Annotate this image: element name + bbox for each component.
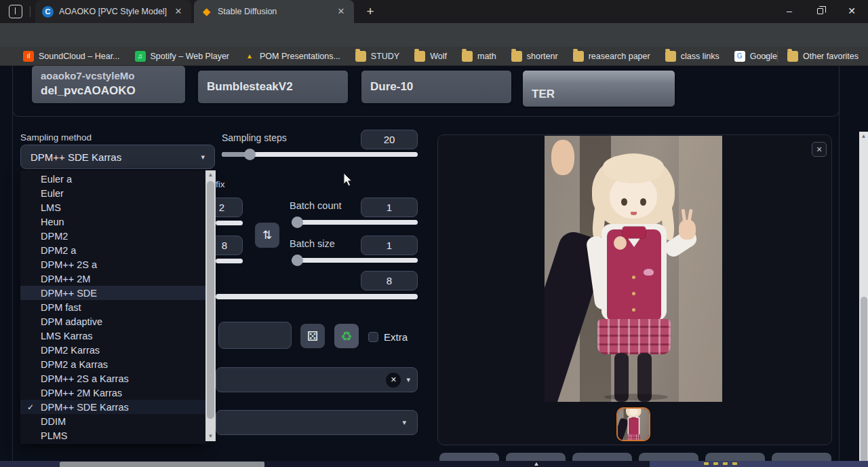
sampling-steps-slider[interactable] [222,152,418,157]
cfg-scale-slider[interactable] [216,294,418,299]
generated-image[interactable] [545,136,722,402]
window-close-button[interactable]: ✕ [836,0,867,22]
sampling-steps-label: Sampling steps [222,132,287,143]
sampler-option[interactable]: DPM++ 2S a [20,257,205,272]
bookmark-label: STUDY [371,52,399,61]
stable-diffusion-page: aoaoko7-vcstyleMo del_pvcAOAOKO Bumblest… [0,66,868,467]
gallery-thumbnail[interactable] [616,407,650,441]
sampler-option-label: DPM2 a Karras [41,359,108,370]
other-favorites[interactable]: Other favorites [787,51,859,62]
slider-handle[interactable] [244,149,256,160]
bookmark-item[interactable]: Wolf [414,51,447,62]
new-tab-button[interactable]: + [362,4,378,20]
bookmark-label: math [477,52,496,61]
sampler-option[interactable]: DPM++ SDE [20,286,205,300]
browser-tab-civitai[interactable]: C AOAOKO [PVC Style Model] - PV ✕ [35,0,191,23]
clear-icon[interactable]: ✕ [386,373,401,388]
random-seed-dice-button[interactable]: ⚄ [300,324,325,348]
sampler-option-label: DPM++ 2S a Karras [41,373,129,384]
img-shape [614,236,627,250]
batch-size-input[interactable]: 1 [361,236,418,255]
batch-count-input[interactable]: 1 [361,198,418,217]
sampler-option[interactable]: LMS Karras [20,329,205,343]
bookmark-item[interactable]: shortenr [511,51,558,62]
sampler-option[interactable]: DDIM [20,414,205,428]
sampler-option[interactable]: DPM adaptive [20,314,205,329]
bookmark-item[interactable]: STUDY [355,51,399,62]
cfg-scale-input[interactable]: 8 [361,271,418,291]
script-dropdown-partial[interactable]: ▾ [216,410,418,435]
bookmark-icon [355,51,366,62]
swap-dimensions-button[interactable]: ⇅ [255,223,279,248]
styles-dropdown-partial[interactable]: ✕ ▾ [216,367,418,392]
bookmark-label: SoundCloud – Hear... [39,52,120,61]
scrollbar-thumb[interactable] [861,297,867,467]
batch-count-slider[interactable] [292,220,418,225]
bookmarks-overflow-icon[interactable]: › [765,51,768,61]
sampler-option[interactable]: DPM++ 2M Karras [20,386,205,400]
tab-close-icon[interactable]: ✕ [335,5,347,18]
taskbar-glyph [732,462,737,465]
tab-close-icon[interactable]: ✕ [172,5,184,18]
close-image-button[interactable]: ✕ [812,142,827,157]
sampler-option[interactable]: DPM2 a [20,243,205,257]
scroll-up-icon[interactable]: ▲ [205,170,216,180]
tab-actions-icon[interactable] [9,5,22,18]
sampler-option-label: DPM2 Karras [41,345,100,356]
window-minimize-button[interactable]: – [774,0,805,22]
sampler-option[interactable]: Euler a [20,172,205,186]
img-shape [640,198,646,206]
model-card[interactable]: Dure-10 [361,71,511,103]
sampler-option[interactable]: Euler [20,186,205,200]
browser-tab-stable-diffusion[interactable]: ◆ Stable Diffusion ✕ [194,0,354,23]
slider-handle[interactable] [292,255,303,266]
model-card-label: Dure-10 [370,80,413,94]
img-shape [623,227,646,238]
scroll-up-icon[interactable]: ▲ [859,132,868,141]
bookmark-item[interactable]: ♫ Spotify – Web Player [135,51,230,62]
sampler-option[interactable]: LMS [20,200,205,214]
bookmark-item[interactable]: ıl SoundCloud – Hear... [23,51,120,62]
other-favorites-label: Other favorites [803,52,859,61]
taskbar-chevron [534,462,538,466]
sampling-method-select[interactable]: DPM++ SDE Karras ▾ [20,145,215,169]
sampler-option[interactable]: DPM++ 2M [20,272,205,286]
model-card[interactable]: aoaoko7-vcstyleMo del_pvcAOAOKO [32,66,185,103]
sampler-option-label: DPM fast [41,302,81,313]
bookmark-item[interactable]: class links [665,51,719,62]
window-restore-button[interactable] [805,0,836,22]
dropdown-scrollbar[interactable]: ▲ ▼ [205,170,216,441]
bookmark-label: reasearch paper [589,52,650,61]
slider-handle[interactable] [292,217,303,228]
sampler-option[interactable]: DPM++ 2S a Karras [20,371,205,386]
sampler-option-label: DPM++ 2S a [41,259,97,270]
batch-size-slider[interactable] [292,258,418,263]
page-scrollbar[interactable]: ▲ ▼ [859,132,868,467]
scrollbar-thumb[interactable] [207,181,214,419]
sampler-option[interactable]: DPM2 a Karras [20,357,205,371]
sampler-option-label: LMS Karras [41,331,93,341]
sampler-option-label: DPM++ SDE Karras [41,402,129,413]
screen: C AOAOKO [PVC Style Model] - PV ✕ ◆ Stab… [0,0,868,467]
bookmark-item[interactable]: ▲ POM Presentations... [244,51,340,62]
model-card[interactable]: TER [523,71,675,107]
bookmark-item[interactable]: math [462,51,496,62]
model-card[interactable]: BumblesteakV2 [198,71,348,103]
width-slider-partial[interactable] [216,221,243,225]
bookmark-item[interactable]: reasearch paper [573,51,650,62]
scroll-down-icon[interactable]: ▼ [205,432,216,441]
sampler-option[interactable]: PLMS [20,428,205,443]
sampler-option[interactable]: ✓ DPM++ SDE Karras [20,400,205,414]
extra-checkbox[interactable] [368,332,378,342]
taskbar-glyph [723,462,728,465]
sampler-option[interactable]: DPM2 Karras [20,343,205,357]
sampler-option[interactable]: Heun [20,214,205,229]
img-shape [621,198,627,206]
sampler-option[interactable]: DPM fast [20,300,205,314]
height-slider-partial[interactable] [216,259,243,263]
sampler-option[interactable]: DPM2 [20,229,205,243]
sampling-steps-input[interactable]: 20 [361,130,418,149]
sampling-method-label: Sampling method [20,132,92,143]
seed-input-partial[interactable] [218,322,292,349]
reuse-seed-recycle-button[interactable]: ♻ [334,324,359,348]
